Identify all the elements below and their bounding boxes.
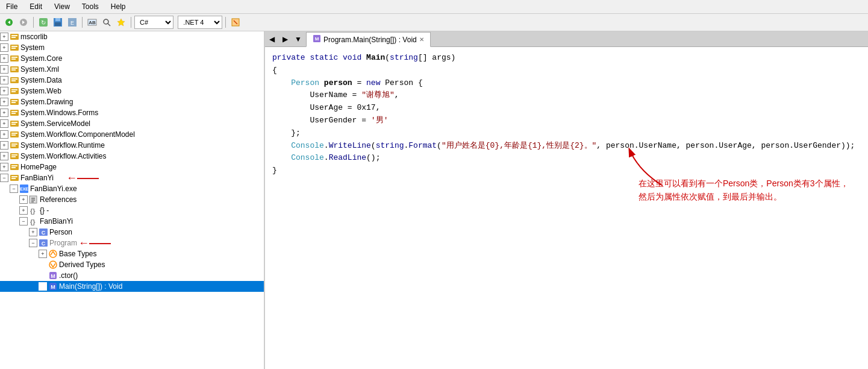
export-btn[interactable]: E xyxy=(66,16,79,29)
tree-item-references[interactable]: References xyxy=(0,194,264,205)
derived-types-icon xyxy=(48,260,58,270)
expand-workflow-cm[interactable] xyxy=(0,130,8,139)
tree-label: System.Drawing xyxy=(20,98,264,106)
expand-system-core[interactable] xyxy=(0,54,8,63)
expand-system-winforms[interactable] xyxy=(0,109,8,117)
tab-nav-forward[interactable]: ▶ xyxy=(278,32,292,46)
expand-system-web[interactable] xyxy=(0,87,8,95)
expand-workflow-act[interactable] xyxy=(0,152,8,160)
toolbar-sep-1 xyxy=(33,17,34,28)
tree-item-person[interactable]: C Person xyxy=(0,227,264,238)
lang-selector[interactable]: C# .NET 4 xyxy=(134,16,173,29)
search-text-btn[interactable]: AB xyxy=(86,16,99,29)
tree-item-base-types[interactable]: Base Types xyxy=(0,248,264,259)
tab-icon: M xyxy=(313,34,321,45)
tree-item-system[interactable]: System xyxy=(0,42,264,53)
tree-item-system-data[interactable]: System.Data xyxy=(0,75,264,86)
assembly-icon xyxy=(10,43,19,52)
expand-main xyxy=(39,282,47,291)
expand-system-servicemodel[interactable] xyxy=(0,119,8,128)
expand-system-data[interactable] xyxy=(0,76,8,84)
tree-item-workflow-rt[interactable]: System.Workflow.Runtime xyxy=(0,140,264,151)
tree-label: System.ServiceModel xyxy=(20,119,264,128)
svg-rect-32 xyxy=(11,80,16,81)
menu-file[interactable]: File xyxy=(2,1,21,12)
expand-person[interactable] xyxy=(29,228,37,236)
namespace-icon: {} xyxy=(29,206,39,215)
expand-fanbiany[interactable] xyxy=(0,174,8,182)
nav-forward-btn[interactable] xyxy=(17,16,30,29)
tree-item-homepage[interactable]: HomePage xyxy=(0,162,264,172)
tree-item-workflow-act[interactable]: System.Workflow.Activities xyxy=(0,151,264,162)
code-line-2: { xyxy=(272,65,861,77)
svg-rect-8 xyxy=(55,22,61,26)
edit-btn[interactable] xyxy=(229,16,242,29)
tree-item-fanbiany-ns[interactable]: {} FanBianYi xyxy=(0,216,264,227)
svg-rect-7 xyxy=(55,18,60,21)
svg-text:E: E xyxy=(70,20,74,26)
tab-nav-dropdown[interactable]: ▼ xyxy=(292,32,305,46)
menu-tools[interactable]: Tools xyxy=(78,1,102,12)
code-line-7: }; xyxy=(272,127,861,140)
expand-references[interactable] xyxy=(19,195,28,204)
expand-workflow-rt[interactable] xyxy=(0,141,8,150)
svg-rect-38 xyxy=(11,102,16,103)
references-icon xyxy=(29,195,39,204)
tree-item-system-drawing[interactable]: System.Drawing xyxy=(0,96,264,107)
svg-rect-28 xyxy=(11,68,17,69)
nav-back-btn[interactable] xyxy=(2,16,16,29)
tab-main[interactable]: M Program.Main(String[]) : Void ✕ xyxy=(306,32,431,47)
tree-item-mscorlib[interactable]: mscorlib xyxy=(0,31,264,42)
menu-view[interactable]: View xyxy=(51,1,73,12)
expand-mscorlib[interactable] xyxy=(0,33,8,41)
svg-rect-25 xyxy=(11,57,17,58)
expand-ctor xyxy=(39,271,47,280)
tree-label: FanBianYi.exe xyxy=(30,184,264,193)
search-btn[interactable] xyxy=(100,16,113,29)
tree-item-system-core[interactable]: System.Core xyxy=(0,53,264,64)
expand-base-types[interactable] xyxy=(39,250,47,258)
expand-system[interactable] xyxy=(0,43,8,52)
expand-program[interactable] xyxy=(29,239,37,247)
assembly-icon xyxy=(10,65,19,74)
tree-item-system-xml[interactable]: System.Xml xyxy=(0,64,264,75)
expand-system-drawing[interactable] xyxy=(0,98,8,106)
tab-close-btn[interactable]: ✕ xyxy=(419,36,424,43)
expand-system-xml[interactable] xyxy=(0,65,8,74)
tree-item-ctor[interactable]: M .ctor() xyxy=(0,270,264,281)
tab-nav-back[interactable]: ◀ xyxy=(265,32,278,46)
tree-view[interactable]: mscorlib System System.Core xyxy=(0,31,264,369)
menu-help[interactable]: Help xyxy=(107,1,130,12)
favorites-btn[interactable] xyxy=(114,16,128,29)
assembly-icon xyxy=(10,108,19,118)
code-line-4: UserName = "谢尊旭", xyxy=(272,89,861,102)
expand-fanbiany-ns[interactable] xyxy=(19,217,28,226)
tree-item-fanbiany-exe[interactable]: EXE FanBianYi.exe xyxy=(0,183,264,194)
code-line-6: UserGender = '男' xyxy=(272,115,861,127)
menu-edit[interactable]: Edit xyxy=(26,1,46,12)
toolbar-sep-4 xyxy=(225,17,226,28)
tree-item-ctor-ns[interactable]: {} {} - xyxy=(0,205,264,216)
expand-fanbiany-exe[interactable] xyxy=(10,184,18,193)
assembly-icon xyxy=(10,75,19,85)
tree-item-workflow-cm[interactable]: System.Workflow.ComponentModel xyxy=(0,129,264,140)
tree-item-system-web[interactable]: System.Web xyxy=(0,86,264,96)
tree-item-system-servicemodel[interactable]: System.ServiceModel xyxy=(0,118,264,129)
tree-item-derived-types[interactable]: Derived Types xyxy=(0,259,264,270)
framework-selector[interactable]: .NET 4 .NET 3.5 xyxy=(178,16,222,29)
code-line-1: private static void Main(string[] args) xyxy=(272,52,861,65)
svg-rect-20 xyxy=(11,37,16,38)
refresh-btn[interactable]: ↻ xyxy=(37,16,50,29)
code-area[interactable]: private static void Main(string[] args) … xyxy=(265,47,868,369)
svg-point-13 xyxy=(104,19,108,24)
expand-ctor-ns[interactable] xyxy=(19,206,28,215)
expand-homepage[interactable] xyxy=(0,163,8,171)
tree-item-system-winforms[interactable]: System.Windows.Forms xyxy=(0,107,264,118)
svg-rect-43 xyxy=(11,122,17,123)
tree-item-program[interactable]: C Program ←—— xyxy=(0,238,264,248)
save-btn[interactable] xyxy=(51,16,64,29)
tree-item-main[interactable]: M Main(String[]) : Void xyxy=(0,281,264,292)
exe-icon: EXE xyxy=(19,184,29,194)
tree-item-fanbiany[interactable]: FanBianYi ←—— xyxy=(0,172,264,183)
assembly-icon xyxy=(10,162,19,172)
